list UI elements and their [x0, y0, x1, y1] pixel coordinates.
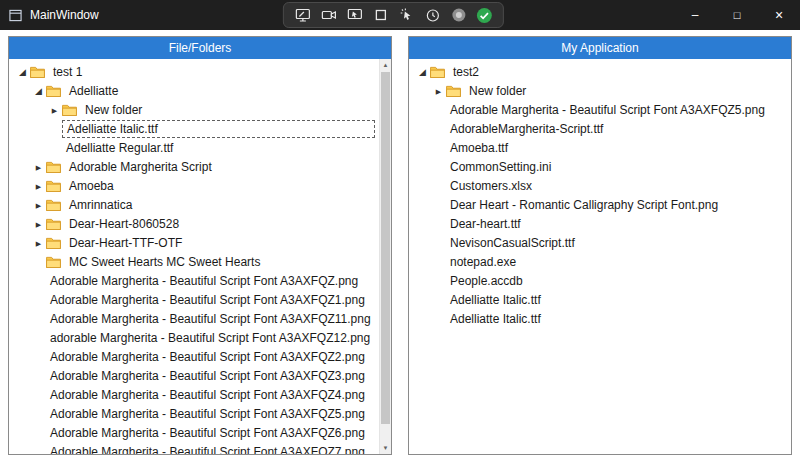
tree-item[interactable]: Adorable Margherita - Beautiful Script F…: [9, 423, 379, 442]
application-tree: test2New folderAdorable Margherita - Bea…: [409, 59, 791, 454]
collapse-arrow-icon[interactable]: [31, 81, 46, 101]
minimize-button[interactable]: –: [674, 0, 716, 30]
application-panel: My Application test2New folderAdorable M…: [408, 36, 792, 455]
tree-item-label: Adelliatte Italic.ttf: [446, 292, 545, 308]
check-green-icon[interactable]: [476, 7, 493, 24]
tree-item[interactable]: Adorable Margherita Script: [9, 157, 379, 176]
tree-item[interactable]: test 1: [9, 62, 379, 81]
tree-item-label: New folder: [81, 102, 146, 118]
tree-item-label: Adorable Margherita - Beautiful Script F…: [46, 273, 362, 289]
capture-toolbar: [283, 2, 504, 28]
tree-item[interactable]: test2: [409, 62, 791, 81]
folder-icon: [430, 66, 449, 78]
tree-item[interactable]: notepad.exe: [409, 252, 791, 271]
screen-draw-icon[interactable]: [294, 7, 311, 24]
folder-icon: [46, 237, 65, 249]
tree-item[interactable]: Adorable Margherita - Beautiful Script F…: [9, 404, 379, 423]
tree-item[interactable]: Dear Heart - Romantic Calligraphy Script…: [409, 195, 791, 214]
tree-item-label: Amoeba: [65, 178, 118, 194]
tree-item[interactable]: Adorable Margherita - Beautiful Script F…: [9, 309, 379, 328]
timer-icon[interactable]: [424, 7, 441, 24]
expand-arrow-icon[interactable]: [47, 100, 62, 120]
tree-item-label: New folder: [465, 83, 530, 99]
maximize-button[interactable]: □: [716, 0, 758, 30]
folder-icon: [30, 66, 49, 78]
tree-item[interactable]: NevisonCasualScript.ttf: [409, 233, 791, 252]
tree-item[interactable]: Adorable Margherita - Beautiful Script F…: [9, 271, 379, 290]
tree-item[interactable]: Adorable Margherita - Beautiful Script F…: [9, 347, 379, 366]
tree-item-label: MC Sweet Hearts MC Sweet Hearts: [65, 254, 264, 270]
tree-item-label: test 1: [49, 64, 86, 80]
expand-arrow-icon[interactable]: [31, 214, 46, 234]
vertical-scrollbar[interactable]: ▲ ▼: [379, 59, 391, 454]
tree-item-label: Adorable Margherita - Beautiful Script F…: [46, 368, 369, 384]
app-icon: [9, 8, 23, 22]
tree-item[interactable]: Dear-Heart-8060528: [9, 214, 379, 233]
tree-item-label: NevisonCasualScript.ttf: [446, 235, 579, 251]
collapse-arrow-icon[interactable]: [15, 62, 30, 82]
tree-item[interactable]: Adelliatte Regular.ttf: [9, 138, 379, 157]
tree-item[interactable]: Adorable Margherita - Beautiful Script F…: [9, 442, 379, 454]
tree-item-label: notepad.exe: [446, 254, 520, 270]
tree-item[interactable]: Adorable Margherita - Beautiful Script F…: [409, 100, 791, 119]
tree-item[interactable]: Adorable Margherita - Beautiful Script F…: [9, 290, 379, 309]
tree-item[interactable]: AdorableMargherita-Script.ttf: [409, 119, 791, 138]
tree-item-label: Adorable Margherita - Beautiful Script F…: [46, 292, 369, 308]
files-tree: test 1AdelliatteNew folderAdelliatte Ita…: [9, 59, 379, 454]
expand-arrow-icon[interactable]: [31, 233, 46, 253]
tree-item[interactable]: Adelliatte Italic.ttf: [409, 290, 791, 309]
record-grey-icon[interactable]: [450, 7, 467, 24]
expand-arrow-icon[interactable]: [31, 176, 46, 196]
tree-item[interactable]: adorable Margherita - Beautiful Script F…: [9, 328, 379, 347]
tree-item[interactable]: Adelliatte Italic.ttf: [9, 119, 379, 138]
titlebar-left: MainWindow: [0, 8, 99, 22]
expand-arrow-icon[interactable]: [431, 81, 446, 101]
tree-item[interactable]: New folder: [409, 81, 791, 100]
scroll-up-icon[interactable]: ▲: [380, 59, 391, 71]
titlebar: MainWindow: [0, 0, 800, 30]
tree-item[interactable]: Amoeba: [9, 176, 379, 195]
tree-item[interactable]: Dear-heart.ttf: [409, 214, 791, 233]
tree-item-label: Adorable Margherita - Beautiful Script F…: [46, 311, 375, 327]
tree-item[interactable]: New folder: [9, 100, 379, 119]
main-window: MainWindow: [0, 0, 800, 457]
folder-icon: [46, 180, 65, 192]
tree-item[interactable]: Amrinnatica: [9, 195, 379, 214]
tree-item[interactable]: People.accdb: [409, 271, 791, 290]
tree-item-label: Dear-heart.ttf: [446, 216, 525, 232]
content-area: File/Folders test 1AdelliatteNew folderA…: [0, 30, 800, 457]
scrollbar-thumb[interactable]: [381, 72, 390, 424]
tree-item-label: Amrinnatica: [65, 197, 136, 213]
tree-item[interactable]: Amoeba.ttf: [409, 138, 791, 157]
tree-item[interactable]: CommonSetting.ini: [409, 157, 791, 176]
expand-arrow-icon[interactable]: [31, 195, 46, 215]
tree-item[interactable]: Dear-Heart-TTF-OTF: [9, 233, 379, 252]
tree-item-label: Adorable Margherita - Beautiful Script F…: [46, 444, 369, 455]
tree-item-label: Adelliatte Italic.ttf: [446, 311, 545, 327]
tree-item[interactable]: Customers.xlsx: [409, 176, 791, 195]
stop-square-icon[interactable]: [372, 7, 389, 24]
tree-item[interactable]: MC Sweet Hearts MC Sweet Hearts: [9, 252, 379, 271]
tree-item-label: AdorableMargherita-Script.ttf: [446, 121, 607, 137]
tree-item-label: Adorable Margherita - Beautiful Script F…: [46, 387, 369, 403]
screen-pointer-icon[interactable]: [346, 7, 363, 24]
scroll-down-icon[interactable]: ▼: [380, 442, 391, 454]
expand-arrow-icon[interactable]: [31, 157, 46, 177]
folder-icon: [46, 85, 65, 97]
files-panel: File/Folders test 1AdelliatteNew folderA…: [8, 36, 392, 455]
tree-item[interactable]: Adorable Margherita - Beautiful Script F…: [9, 366, 379, 385]
cursor-spark-icon[interactable]: [398, 7, 415, 24]
tree-item-label: Adorable Margherita Script: [65, 159, 216, 175]
tree-item[interactable]: Adelliatte: [9, 81, 379, 100]
tree-item[interactable]: Adorable Margherita - Beautiful Script F…: [9, 385, 379, 404]
collapse-arrow-icon[interactable]: [415, 62, 430, 82]
window-controls: – □ ×: [674, 0, 800, 30]
close-button[interactable]: ×: [758, 0, 800, 30]
tree-item[interactable]: Adelliatte Italic.ttf: [409, 309, 791, 328]
folder-icon: [62, 104, 81, 116]
tree-item-label: Adelliatte Italic.ttf: [62, 120, 375, 138]
video-camera-icon[interactable]: [320, 7, 337, 24]
tree-item-label: Amoeba.ttf: [446, 140, 512, 156]
tree-item-label: Dear Heart - Romantic Calligraphy Script…: [446, 197, 722, 213]
tree-item-label: Dear-Heart-8060528: [65, 216, 183, 232]
